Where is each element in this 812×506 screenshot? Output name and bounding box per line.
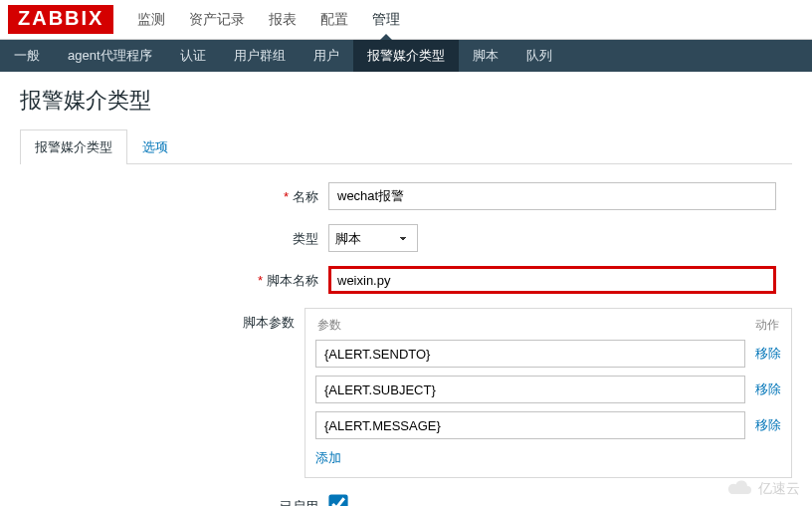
tab-options[interactable]: 选项 [127,129,183,164]
row-script-name: *脚本名称 [20,266,792,294]
page-title: 报警媒介类型 [20,86,792,116]
enabled-checkbox[interactable] [328,494,347,506]
label-name: *名称 [20,182,328,206]
logo[interactable]: ZABBIX [8,5,113,34]
topnav-item-reports[interactable]: 报表 [257,0,308,39]
param-row: 移除 [315,376,781,403]
row-name: *名称 [20,182,792,210]
remove-link-2[interactable]: 移除 [755,416,781,434]
row-type: 类型 脚本 [20,224,792,252]
subnav: 一般 agent代理程序 认证 用户群组 用户 报警媒介类型 脚本 队列 [0,40,812,72]
label-type: 类型 [20,224,328,248]
subnav-item-proxies[interactable]: agent代理程序 [54,40,166,72]
topnav-item-inventory[interactable]: 资产记录 [177,0,257,39]
subnav-item-users[interactable]: 用户 [300,40,353,72]
form: *名称 类型 脚本 *脚本名称 脚本参数 参数 动作 [20,182,792,506]
label-script-name: *脚本名称 [20,266,328,290]
param-input-1[interactable] [315,376,745,403]
params-box: 参数 动作 移除 移除 移除 添加 [304,308,792,478]
script-name-input[interactable] [328,266,776,294]
label-params: 脚本参数 [20,308,304,332]
params-header-param: 参数 [317,317,341,334]
page-content: 报警媒介类型 报警媒介类型 选项 *名称 类型 脚本 *脚本名称 脚本参数 [0,72,812,506]
tabbar: 报警媒介类型 选项 [20,129,792,164]
remove-link-0[interactable]: 移除 [755,345,781,363]
topnav-item-config[interactable]: 配置 [308,0,360,39]
subnav-item-usergroups[interactable]: 用户群组 [220,40,300,72]
param-row: 移除 [315,411,781,439]
params-header: 参数 动作 [315,317,781,334]
param-row: 移除 [315,340,781,368]
subnav-item-queue[interactable]: 队列 [512,40,566,72]
label-enabled: 已启用 [20,492,328,506]
remove-link-1[interactable]: 移除 [755,380,781,398]
subnav-item-general[interactable]: 一般 [0,40,54,72]
param-input-0[interactable] [315,340,745,368]
topnav-item-admin[interactable]: 管理 [360,0,412,39]
row-enabled: 已启用 [20,492,792,506]
tab-mediatype[interactable]: 报警媒介类型 [20,129,127,164]
subnav-item-mediatypes[interactable]: 报警媒介类型 [353,40,459,72]
params-header-action: 动作 [755,317,779,334]
row-params: 脚本参数 参数 动作 移除 移除 [20,308,792,478]
topnav: 监测 资产记录 报表 配置 管理 [125,0,412,39]
type-select[interactable]: 脚本 [328,224,418,252]
add-link[interactable]: 添加 [315,449,341,467]
param-input-2[interactable] [315,411,745,439]
subnav-item-scripts[interactable]: 脚本 [459,40,512,72]
topbar: ZABBIX 监测 资产记录 报表 配置 管理 [0,0,812,40]
topnav-item-monitor[interactable]: 监测 [125,0,177,39]
subnav-item-auth[interactable]: 认证 [166,40,220,72]
name-input[interactable] [328,182,776,210]
